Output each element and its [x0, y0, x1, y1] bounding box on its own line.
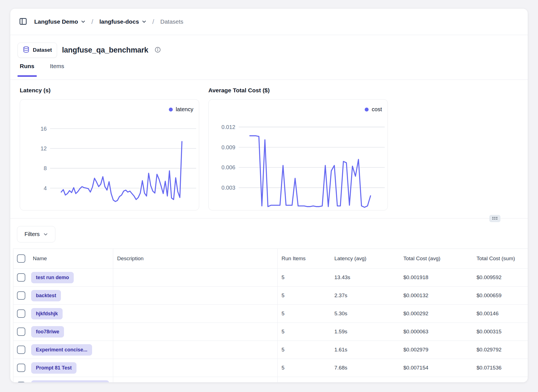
latency-chart-group: Latency (s) latency 481216 [20, 87, 199, 210]
run-name-badge[interactable]: hjkfdshjk [31, 308, 63, 319]
row-checkbox[interactable] [17, 346, 25, 354]
row-checkbox[interactable] [17, 382, 25, 383]
total-cost-sum-cell: $0.009592 [473, 269, 528, 286]
cost-chart-group: Average Total Cost ($) cost 0.0030.0060.… [208, 87, 388, 210]
charts-table-divider [10, 218, 528, 219]
row-checkbox[interactable] [17, 328, 25, 336]
run-items-cell: 5 [278, 269, 330, 286]
run-description-cell [113, 341, 278, 359]
row-checkbox[interactable] [17, 291, 25, 300]
row-checkbox-cell [13, 323, 29, 341]
column-header-run-items[interactable]: Run Items [278, 249, 330, 268]
run-description-cell [113, 323, 278, 341]
dataset-tabs: Runs Items [10, 61, 528, 80]
row-checkbox[interactable] [17, 364, 25, 372]
chevron-down-icon [81, 19, 85, 24]
runs-table: Name Description Run Items Latency (avg)… [13, 249, 528, 383]
row-checkbox[interactable] [17, 273, 25, 282]
run-items-cell: 5 [278, 287, 330, 304]
table-row: backtest 5 2.37s $0.000132 $0.000659 [13, 287, 528, 305]
run-description-cell [113, 377, 278, 383]
legend-label: latency [176, 106, 193, 113]
latency-avg-cell [330, 377, 399, 383]
breadcrumb-project-label: Langfuse Demo [34, 18, 78, 25]
column-header-latency-avg[interactable]: Latency (avg) [330, 249, 399, 268]
breadcrumb-project-dropdown[interactable]: Langfuse Demo [34, 18, 85, 25]
select-all-cell [13, 249, 29, 268]
run-name-cell: test run demo [29, 269, 113, 286]
total-cost-sum-cell: $0.071536 [473, 359, 528, 377]
breadcrumb: Langfuse Demo / langfuse-docs / Datasets [10, 9, 528, 35]
row-checkbox[interactable] [17, 309, 25, 318]
svg-text:16: 16 [41, 126, 47, 132]
run-name-badge[interactable]: Prompt 81 Test [31, 362, 76, 374]
table-row: foo78riwe 5 1.59s $0.000063 $0.000315 [13, 323, 528, 341]
dataset-info-button[interactable] [153, 45, 162, 55]
column-header-total-cost-sum[interactable]: Total Cost (sum) [473, 249, 528, 268]
run-name-badge[interactable]: Experiment concise... [31, 344, 92, 356]
total-cost-sum-cell: $0.029792 [473, 341, 528, 359]
row-checkbox-cell [13, 287, 29, 304]
total-cost-sum-cell: $0.00146 [473, 305, 528, 322]
svg-text:0.009: 0.009 [221, 144, 235, 150]
tab-runs[interactable]: Runs [18, 61, 37, 80]
breadcrumb-environment-dropdown[interactable]: langfuse-docs [99, 18, 146, 25]
legend-label: cost [372, 106, 382, 113]
table-row: Prompt 81 Test 5 7.68s $0.007154 $0.0715… [13, 359, 528, 377]
tab-items[interactable]: Items [48, 61, 66, 80]
latency-avg-cell: 7.68s [330, 359, 399, 377]
svg-text:0.003: 0.003 [221, 185, 235, 191]
run-description-cell [113, 269, 278, 286]
total-cost-avg-cell [399, 377, 473, 383]
grip-dots-icon [492, 216, 498, 221]
latency-avg-cell: 2.37s [330, 287, 399, 304]
breadcrumb-environment-label: langfuse-docs [99, 18, 139, 25]
run-name-cell: hjkfdshjk [29, 305, 113, 322]
row-checkbox-cell [13, 269, 29, 286]
table-body: test run demo 5 13.43s $0.001918 $0.0095… [13, 269, 528, 383]
chevron-down-icon [43, 232, 48, 237]
cost-chart-legend: cost [365, 106, 382, 113]
row-checkbox-cell [13, 341, 29, 359]
latency-chart-title: Latency (s) [20, 87, 199, 94]
svg-text:0.012: 0.012 [221, 124, 235, 130]
run-name-badge[interactable]: backtest [31, 290, 61, 301]
run-name-cell [29, 377, 113, 383]
filters-label: Filters [24, 231, 40, 237]
breadcrumb-separator: / [91, 18, 94, 26]
column-header-description[interactable]: Description [113, 249, 278, 268]
filters-button[interactable]: Filters [17, 226, 55, 242]
run-description-cell [113, 359, 278, 377]
sidebar-panel-icon [19, 17, 28, 27]
resize-drag-handle[interactable] [489, 215, 500, 222]
total-cost-sum-cell [473, 377, 528, 383]
chevron-down-icon [142, 19, 146, 24]
total-cost-avg-cell: $0.000292 [399, 305, 473, 322]
total-cost-avg-cell: $0.007154 [399, 359, 473, 377]
select-all-checkbox[interactable] [17, 254, 25, 263]
run-name-badge[interactable] [31, 380, 109, 383]
latency-avg-cell: 5.30s [330, 305, 399, 322]
total-cost-avg-cell: $0.002979 [399, 341, 473, 359]
column-header-name[interactable]: Name [29, 249, 113, 268]
table-header-row: Name Description Run Items Latency (avg)… [13, 249, 528, 269]
sidebar-toggle-button[interactable] [18, 16, 29, 28]
total-cost-avg-cell: $0.001918 [399, 269, 473, 286]
run-items-cell [278, 377, 330, 383]
dataset-type-badge: Dataset [18, 43, 57, 58]
page-title: langfuse_qa_benchmark [62, 46, 148, 54]
dataset-badge-label: Dataset [33, 47, 52, 53]
svg-text:12: 12 [41, 145, 47, 152]
svg-text:8: 8 [44, 165, 47, 171]
run-name-cell: Experiment concise... [29, 341, 113, 359]
table-row: test run demo 5 13.43s $0.001918 $0.0095… [13, 269, 528, 287]
filters-row: Filters [10, 219, 528, 242]
cost-chart: cost 0.0030.0060.0090.012 [208, 99, 388, 210]
column-header-total-cost-avg[interactable]: Total Cost (avg) [399, 249, 473, 268]
run-name-badge[interactable]: foo78riwe [31, 326, 64, 338]
run-name-cell: backtest [29, 287, 113, 304]
legend-dot-icon [365, 108, 369, 111]
run-name-badge[interactable]: test run demo [31, 272, 74, 283]
charts-section: Latency (s) latency 481216 Average Total… [10, 80, 528, 210]
run-items-cell: 5 [278, 305, 330, 322]
